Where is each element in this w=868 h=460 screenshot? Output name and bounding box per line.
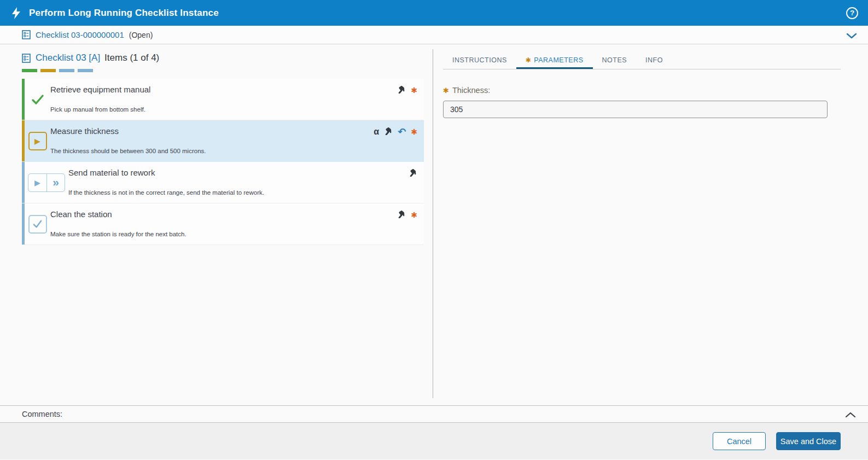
undo-icon[interactable]: ↶ [398,127,406,137]
progress-segment-pending [59,69,74,72]
help-icon[interactable]: ? [846,7,858,19]
required-icon: ✱ [526,56,532,64]
items-progress-bar [22,69,424,72]
item-description: If the thickness is not in the correct r… [68,189,424,196]
tab-info[interactable]: INFO [636,52,672,69]
progress-segment-pending [78,69,93,72]
manual-action-hand-icon [407,167,420,180]
progress-segment-current [40,69,56,72]
manual-action-hand-icon [395,84,408,97]
tab-instructions[interactable]: INSTRUCTIONS [443,52,516,69]
parameter-label: ✱Thickness: [443,86,841,95]
item-action-button-group: ▶ » [28,173,65,192]
page-title: Perform Long Running Checklist Instance [29,8,219,19]
flash-icon [11,7,22,19]
checklist-doc-icon [22,30,31,39]
item-description: The thickness should be between 300 and … [50,148,424,154]
item-description: Make sure the station is ready for the n… [50,231,424,237]
checklist-item-retrieve-manual[interactable]: Retrieve equipment manual Pick up manual… [22,79,424,120]
tab-notes[interactable]: NOTES [593,52,637,69]
detail-tabs: INSTRUCTIONS ✱PARAMETERS NOTES INFO [443,52,841,69]
checklist-name-link[interactable]: Checklist 03 [A] [36,53,100,63]
checklist-item-send-rework[interactable]: ▶ » Send material to rework If the thick… [22,162,424,203]
tab-parameters[interactable]: ✱PARAMETERS [516,52,593,69]
item-title: Clean the station [50,209,424,219]
start-item-button[interactable]: ▶ [28,132,47,150]
footer-actions: Cancel Save and Close [0,423,868,459]
thickness-input[interactable] [443,101,828,118]
app-window: Perform Long Running Checklist Instance … [0,0,868,459]
app-header: Perform Long Running Checklist Instance … [0,0,868,26]
required-icon: ✱ [411,211,417,219]
item-detail-pane: INSTRUCTIONS ✱PARAMETERS NOTES INFO ✱Thi… [433,44,868,405]
manual-action-hand-icon [382,126,395,138]
checklist-item-clean-station[interactable]: Clean the station Make sure the station … [22,203,424,245]
item-title: Measure thickness [50,126,424,136]
chevron-up-icon[interactable] [845,411,856,417]
checklist-item-measure-thickness[interactable]: ▶ Measure thickness The thickness should… [22,120,424,162]
play-icon: ▶ [34,179,40,187]
checklist-items-pane: Checklist 03 [A] Items (1 of 4) [0,44,433,405]
checklist-instance-link[interactable]: Checklist 03-000000001 [36,30,124,39]
required-icon: ✱ [411,86,417,94]
manual-action-hand-icon [395,209,408,222]
complete-item-checkbox[interactable] [28,215,47,234]
skip-icon: » [53,176,59,188]
completed-check-icon [31,93,44,106]
item-title: Send material to rework [68,168,424,177]
context-bar: Checklist 03-000000001 (Open) [0,26,868,44]
main-content: Checklist 03 [A] Items (1 of 4) [0,44,868,405]
item-title: Retrieve equipment manual [50,85,424,94]
items-count-label: Items (1 of 4) [104,53,159,63]
save-and-close-button[interactable]: Save and Close [776,432,841,450]
progress-segment-completed [22,69,37,72]
skip-item-button[interactable]: » [46,174,65,191]
start-item-button[interactable]: ▶ [28,174,46,191]
cancel-button[interactable]: Cancel [713,432,766,450]
play-icon: ▶ [34,137,40,145]
item-description: Pick up manual from bottom shelf. [50,106,424,113]
checklist-doc-icon [22,54,31,63]
checklist-item-list: Retrieve equipment manual Pick up manual… [22,79,424,245]
alpha-parameter-icon: α [374,127,379,136]
comments-bar[interactable]: Comments: [0,405,868,423]
checklist-status: (Open) [129,31,153,39]
comments-label: Comments: [22,410,62,418]
chevron-down-icon[interactable] [846,32,857,38]
required-icon: ✱ [443,86,449,95]
checklist-title-row: Checklist 03 [A] Items (1 of 4) [22,53,424,63]
required-icon: ✱ [411,128,417,136]
